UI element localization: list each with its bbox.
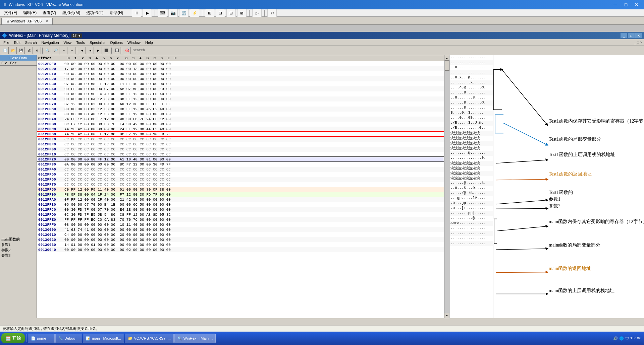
wh-find[interactable]: 🔍 [44,47,51,54]
view-btn2[interactable]: ⊡ [216,9,225,17]
wh-btn9[interactable]: ⇒ [68,47,75,54]
media-button[interactable]: ▷ [252,9,262,17]
taskbar-item-winhex[interactable]: 🔍 WinHex - [Main:... [174,334,216,343]
wh-save[interactable]: 💾 [17,47,25,54]
scroll-down-btn[interactable]: ▼ [444,313,450,318]
table-row[interactable]: 0013000041 63 74 41 00 00 00 00 00 00 00… [37,227,444,232]
wh-menu-file[interactable]: File [1,40,11,45]
table-row[interactable]: 0012FF2000 00 00 00 80 FF 12 00 A1 10 40… [37,157,444,162]
table-row[interactable]: 0012FF60CC CC CC CC CC CC CC CC CC CC CC… [37,177,444,182]
wh-menu-help[interactable]: Help [143,40,155,45]
table-row[interactable]: 0012FE4000 FF 00 00 00 00 07 00 AB 07 58… [37,86,444,91]
table-row[interactable]: 0012FF80C0 FF 12 00 F9 11 40 00 01 00 00… [37,187,444,192]
settings-button[interactable]: ⚙ [267,9,277,17]
wh-menu-view[interactable]: View [62,40,74,45]
table-row[interactable]: 0012FF10CC CC CC CC CC CC CC CC CC CC CC… [37,152,444,157]
winhex-minimize[interactable]: _ [621,33,627,38]
table-row[interactable]: 0012FF50CC CC CC CC CC CC CC CC CC CC CC… [37,172,444,177]
table-row[interactable]: 0012FE0017 00 00 00 00 00 00 00 00 00 13… [37,66,444,71]
table-row[interactable]: 0012FFF008 00 00 00 00 00 00 00 10 11 40… [37,222,444,227]
menu-help[interactable]: 帮助(H) [107,9,126,16]
taskbar-item-vc[interactable]: 📁 VC:\CRS7\C\CRS7_... [125,334,173,343]
wh-btn12[interactable]: ▶ [95,47,102,54]
winhex-maximize[interactable]: □ [628,33,635,38]
table-row[interactable]: 0012FE9000 00 00 00 A0 12 38 00 B8 FE 12… [37,112,444,117]
play-button[interactable]: ▶ [143,9,152,17]
table-row[interactable]: 0012FF300A 00 00 00 00 00 00 00 BC F7 12… [37,162,444,167]
snapshot-button[interactable]: 📷 [168,9,178,17]
scroll-track[interactable] [444,61,449,313]
wh-btn7[interactable]: 🔎 [52,47,59,54]
wh-print[interactable]: 🖨 [25,47,33,54]
view-btn4[interactable]: ⊠ [237,9,247,17]
table-row[interactable]: 0012FED0A4 2F 42 00 80 FF 12 00 BC F7 12… [37,132,444,137]
table-row[interactable]: 0012FE8000 00 00 00 B3 12 38 00 C8 FE 12… [37,107,444,112]
vm-tab-close[interactable]: ✕ [45,19,48,23]
menu-vm[interactable]: 虚拟机(M) [59,9,83,16]
scroll-thumb[interactable] [445,61,449,71]
lp-edit[interactable]: Edit [10,61,16,65]
wh-new[interactable]: 📄 [1,47,9,54]
view-btn3[interactable]: ⊟ [226,9,236,17]
table-row[interactable]: 0012FE3007 08 38 00 58 FE 12 00 F1 EE 40… [37,81,444,86]
wh-menu-tools[interactable]: Tools [74,40,87,45]
pause-button[interactable]: ⏸ [132,9,141,17]
table-row[interactable]: 0012FE2000 00 00 00 00 00 00 00 00 00 00… [37,76,444,81]
table-row[interactable]: 0012FF90F8 0F 38 00 04 1F 24 00 F7 12 00… [37,192,444,197]
table-row[interactable]: 00130010C4 00 00 00 00 00 00 00 20 00 00… [37,232,444,237]
table-row[interactable]: 0012FFE0FF FF FF FF EC C0 9A 83 70 70 7C… [37,217,444,222]
winhex-close[interactable]: ✕ [635,33,642,38]
table-row[interactable]: 0012FEB0BC F7 12 00 00 30 FD 7F F4 30 42… [37,122,444,127]
table-row[interactable]: 0013002000 00 00 00 00 00 00 00 00 00 00… [37,237,444,242]
send-ctrl-alt-del[interactable]: ⌨ [158,9,167,17]
table-row[interactable]: 0013003014 01 00 00 01 00 00 00 00 00 00… [37,242,444,247]
wh-menu-navigation[interactable]: Navigation [40,40,61,45]
snapshot3-button[interactable]: ⚡ [190,9,199,17]
table-row[interactable]: 0012FF00CC CC CC CC CC CC CC CC CC CC CC… [37,147,444,152]
table-row[interactable]: 0012FF70CC CC CC CC CC CC CC CC CC CC CC… [37,182,444,187]
table-row[interactable]: 0012FEE0CC CC CC CC CC CC CC CC CC CC CC… [37,137,444,142]
table-row[interactable]: 0013004000 00 00 00 00 00 00 00 00 02 00… [37,247,444,252]
taskbar-item-prime[interactable]: 📄 prime [28,334,55,343]
table-row[interactable]: 0012FE1000 08 38 00 00 00 00 00 00 00 00… [37,71,444,76]
wh-btn13[interactable]: ⬛ [103,47,110,54]
wh-btn8[interactable]: ⇐ [60,47,67,54]
table-row[interactable]: 0012FF40CC CC CC CC CC CC CC CC CC CC CC… [37,167,444,172]
wh-btn10[interactable]: ◆ [78,47,86,54]
scroll-up-btn[interactable]: ▲ [444,55,450,61]
table-row[interactable]: 0012FEA024 FF 12 00 BC F7 12 00 90 30 FD… [37,117,444,122]
vm-tab[interactable]: 🖥 Windows_XP_VC6 ✕ [1,18,53,24]
wh-menu-search[interactable]: Search [23,40,39,45]
taskbar-item-debug[interactable]: 🔧 Debug [55,334,82,343]
wh-btn11[interactable]: ◀ [87,47,94,54]
menu-view[interactable]: 查看(V) [40,9,59,16]
table-row[interactable]: 0012FFC000 30 FD 7F 00 67 70 00 E4 1B 00… [37,207,444,212]
table-row[interactable]: 0012FE6000 00 00 00 0A 12 38 00 B8 FE 12… [37,96,444,101]
close-button[interactable]: ✕ [632,1,641,8]
menu-tabs[interactable]: 选项卡(T) [84,9,106,16]
table-row[interactable]: 0012FE5000 00 00 00 5E EC 40 00 88 FE 12… [37,91,444,96]
wh-btn15[interactable]: 🎯 [123,47,131,54]
menu-edit[interactable]: 编辑(E) [20,9,39,16]
wh-menu-options[interactable]: Options [108,40,125,45]
table-row[interactable]: 0012FEF0CC CC CC CC CC CC CC CC CC CC CC… [37,142,444,147]
wh-menu-edit[interactable]: Edit [12,40,22,45]
menu-file[interactable]: 文件(F) [1,9,20,16]
table-row[interactable]: 0012FFB006 00 00 67 70 00 E4 1B 00 00 6C… [37,202,444,207]
wh-menu-specialist[interactable]: Specialist [88,40,107,45]
wh-btn14[interactable]: 🔲 [113,47,120,54]
table-row[interactable]: 0012FEC0A4 2F 42 00 00 00 00 00 24 FF 12… [37,127,444,132]
wh-menu-window[interactable]: Window [125,40,143,45]
taskbar-item-main[interactable]: 📝 main - Microsoft... [83,334,124,343]
table-row[interactable]: 0012FDF000 00 00 00 00 00 00 00 00 00 00… [37,61,444,66]
table-row[interactable]: 0012FFD00C 30 FD 7F E5 5B 54 80 C8 FF 12… [37,212,444,217]
snapshot2-button[interactable]: 🔄 [179,9,189,17]
restore-button[interactable]: □ [621,1,631,8]
vertical-scrollbar[interactable]: ▲ ▼ [444,55,449,318]
start-button[interactable]: 🪟 开始 [1,333,25,343]
wh-open[interactable]: 📂 [9,47,17,54]
table-row[interactable]: 0012FE70B7 12 38 00 02 00 00 00 A0 12 38… [37,101,444,107]
table-row[interactable]: 0012FFA00F FF 12 00 00 2F 40 00 21 42 00… [37,197,444,202]
view-btn1[interactable]: ⊞ [205,9,214,17]
lp-file[interactable]: File [1,61,7,65]
